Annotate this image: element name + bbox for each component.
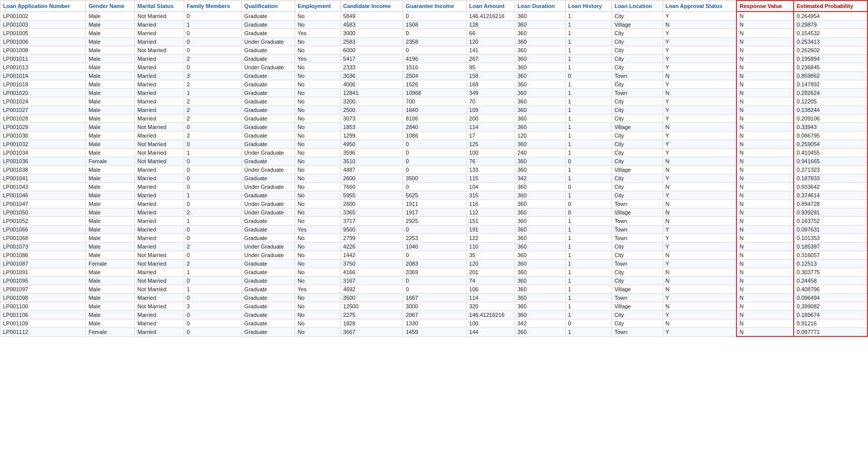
table-row: LP001109MaleMarried0GraduateNo1828133010… [1,319,868,328]
table-cell: Graduate [241,302,295,311]
table-cell: Married [135,106,184,114]
table-cell: No [295,89,340,97]
table-cell: Married [135,328,184,337]
table-cell: Town [611,328,663,337]
table-cell: 360 [515,38,565,46]
table-cell: Male [86,200,135,208]
table-cell: 0.316057 [794,251,867,260]
table-cell: 360 [515,191,565,200]
table-cell: 0 [403,225,466,234]
table-cell: 2067 [403,311,466,319]
table-cell: City [611,157,663,166]
table-cell: 1 [565,294,611,302]
table-cell: No [295,21,340,29]
table-cell: Y [663,140,736,149]
table-cell: N [736,157,794,166]
table-cell: LP001098 [1,294,86,302]
table-cell: Female [86,157,135,166]
table-cell: 4006 [340,80,403,89]
table-cell: Male [86,311,135,319]
table-cell: 125 [466,140,515,149]
table-cell: Y [663,63,736,72]
table-cell: 120 [466,260,515,268]
table-row: LP001032MaleNot Married0GraduateNo495001… [1,140,868,149]
table-cell: Graduate [241,311,295,319]
table-cell: LP001043 [1,183,86,191]
table-cell: LP001030 [1,132,86,140]
table-cell: 360 [515,46,565,55]
table-cell: 2 [184,114,241,123]
table-cell: Y [663,149,736,157]
table-cell: LP001013 [1,63,86,72]
table-cell: 120 [515,132,565,140]
table-cell: Male [86,29,135,38]
table-cell: 0 [184,38,241,46]
table-cell: 360 [515,234,565,243]
table-cell: 0.91216 [794,319,867,328]
table-cell: 0.185397 [794,243,867,251]
table-cell: N [736,38,794,46]
table-cell: 1040 [403,243,466,251]
table-cell: 2 [184,243,241,251]
table-cell: 1330 [403,319,466,328]
table-cell: 76 [466,157,515,166]
table-cell: 1 [565,166,611,174]
table-cell: City [611,106,663,114]
table-cell: Male [86,225,135,234]
table-cell: 1911 [403,200,466,208]
table-cell: 9560 [340,225,403,234]
table-cell: LP001047 [1,200,86,208]
table-cell: N [663,251,736,260]
table-cell: 12841 [340,89,403,97]
table-cell: Graduate [241,191,295,200]
table-cell: City [611,97,663,106]
table-cell: 2504 [403,72,466,80]
table-cell: Graduate [241,55,295,63]
table-cell: 1 [565,63,611,72]
table-cell: N [736,55,794,63]
table-cell: N [736,12,794,21]
table-cell: 0 [184,166,241,174]
table-cell: LP001027 [1,106,86,114]
table-cell: 5625 [403,191,466,200]
table-cell: No [295,166,340,174]
table-cell: 1 [184,268,241,277]
table-cell: 0 [184,311,241,319]
table-cell: N [736,294,794,302]
table-cell: 1526 [403,80,466,89]
table-cell: LP001003 [1,21,86,29]
table-cell: N [736,46,794,55]
table-cell: 0 [565,183,611,191]
table-cell: Under Graduate [241,63,295,72]
table-cell: Graduate [241,97,295,106]
table-cell: Male [86,38,135,46]
table-cell: 0.264954 [794,12,867,21]
table-cell: N [663,319,736,328]
table-cell: LP001100 [1,302,86,311]
table-cell: 1 [565,225,611,234]
table-cell: No [295,140,340,149]
table-cell: 0 [565,157,611,166]
col-header-loan-history: Loan History [565,1,611,12]
table-cell: LP001034 [1,149,86,157]
table-cell: 2840 [403,123,466,132]
table-cell: Village [611,285,663,294]
table-cell: Town [611,217,663,225]
table-cell: City [611,80,663,89]
table-cell: 0.086795 [794,132,867,140]
table-cell: Not Married [135,260,184,268]
table-cell: Y [663,311,736,319]
table-cell: 1 [184,89,241,97]
table-cell: Male [86,21,135,29]
table-cell: 35 [466,251,515,260]
table-cell: Y [663,225,736,234]
table-cell: No [295,294,340,302]
table-cell: Male [86,319,135,328]
table-cell: N [663,183,736,191]
table-cell: Female [86,328,135,337]
table-cell: Male [86,140,135,149]
table-cell: N [736,89,794,97]
table-cell: 360 [515,260,565,268]
table-cell: 1 [565,251,611,260]
table-cell: 360 [515,97,565,106]
